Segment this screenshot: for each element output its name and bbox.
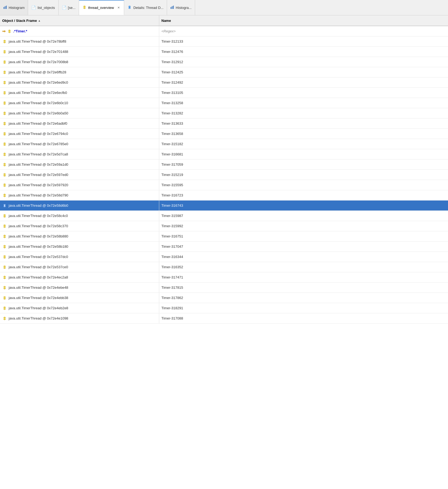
thread-gear-icon xyxy=(2,285,7,290)
table-row[interactable]: java.util.TimerThread @ 0x72e597ed0Timer… xyxy=(0,170,448,180)
row-object-text: java.util.TimerThread @ 0x72e58d790 xyxy=(9,193,68,197)
svg-point-16 xyxy=(4,92,5,93)
thread-gear-icon xyxy=(2,131,7,136)
table-row[interactable]: java.util.TimerThread @ 0x72e597920Timer… xyxy=(0,180,448,190)
svg-point-31 xyxy=(4,246,5,247)
row-name-27: Timer-318291 xyxy=(159,306,448,310)
tab-histogram2[interactable]: Histogra... xyxy=(167,0,195,15)
tab-thread-overview-label: thread_overview xyxy=(88,6,114,10)
filter-regex-placeholder: <Regex> xyxy=(161,29,176,33)
table-row[interactable]: java.util.TimerThread @ 0x72e4eb2e8Timer… xyxy=(0,303,448,313)
row-object-14: java.util.TimerThread @ 0x72e597ed0 xyxy=(0,170,159,180)
thread-gear-icon xyxy=(2,265,7,270)
row-object-text: java.util.TimerThread @ 0x72e6adbf0 xyxy=(9,121,67,125)
row-name-5: Timer-312492 xyxy=(159,80,448,84)
table-row[interactable]: java.util.TimerThread @ 0x72e4ec2a8Timer… xyxy=(0,272,448,283)
thread-gear-icon xyxy=(2,316,7,321)
thread-gear-icon xyxy=(2,152,7,157)
table-row[interactable]: java.util.TimerThread @ 0x72e6794c0Timer… xyxy=(0,129,448,139)
table-row[interactable]: java.util.TimerThread @ 0x72e58b180Timer… xyxy=(0,242,448,252)
row-name-10: Timer-313658 xyxy=(159,132,448,136)
table-row[interactable]: java.util.TimerThread @ 0x72e5d7ca8Timer… xyxy=(0,149,448,159)
svg-point-10 xyxy=(9,30,10,32)
table-row[interactable]: java.util.TimerThread @ 0x72e701488Timer… xyxy=(0,47,448,57)
table-row[interactable]: java.util.TimerThread @ 0x72e6ffb28Timer… xyxy=(0,67,448,77)
tab-se[interactable]: 📄 [se... xyxy=(59,0,79,15)
table-row[interactable]: java.util.TimerThread @ 0x72e4ebb38Timer… xyxy=(0,293,448,303)
table-row[interactable]: java.util.TimerThread @ 0x72e7008b8Timer… xyxy=(0,57,448,67)
table-row[interactable]: java.util.TimerThread @ 0x72e58c370Timer… xyxy=(0,221,448,231)
tab-histogram1[interactable]: Histogram xyxy=(0,0,28,15)
row-object-9: java.util.TimerThread @ 0x72e6adbf0 xyxy=(0,118,159,128)
row-object-text: java.util.TimerThread @ 0x72e6ed9c0 xyxy=(9,80,68,84)
thread-gear-icon xyxy=(2,244,7,249)
table-row[interactable]: java.util.TimerThread @ 0x72e4ebe48Timer… xyxy=(0,283,448,293)
table-row[interactable]: java.util.TimerThread @ 0x72e59a1d0Timer… xyxy=(0,159,448,170)
filter-gear-icon xyxy=(7,29,12,33)
table-row[interactable]: java.util.TimerThread @ 0x72e58c4c0Timer… xyxy=(0,211,448,221)
thread-gear-icon xyxy=(2,203,7,208)
row-name-15: Timer-315595 xyxy=(159,183,448,187)
tab-histogram1-label: Histogram xyxy=(9,6,25,10)
table-row[interactable]: java.util.TimerThread @ 0x72e58b880Timer… xyxy=(0,231,448,242)
row-name-18: Timer-315987 xyxy=(159,214,448,218)
tab-list-objects[interactable]: 📄 list_objects xyxy=(28,0,58,15)
tab-thread-overview-close[interactable]: ✕ xyxy=(117,6,121,10)
row-object-text: java.util.TimerThread @ 0x72e6ffb28 xyxy=(9,70,66,74)
thread-gear-icon xyxy=(2,254,7,259)
row-object-21: java.util.TimerThread @ 0x72e58b180 xyxy=(0,242,159,252)
row-name-21: Timer-317047 xyxy=(159,244,448,249)
thread-gear-icon xyxy=(2,142,7,147)
tab-details-thread[interactable]: Details: Thread D... xyxy=(124,0,167,15)
table-row[interactable]: java.util.TimerThread @ 0x72e537ce0Timer… xyxy=(0,262,448,272)
row-object-text: java.util.TimerThread @ 0x72e701488 xyxy=(9,50,68,54)
svg-point-21 xyxy=(4,143,5,144)
table-row[interactable]: java.util.TimerThread @ 0x72e58d790Timer… xyxy=(0,190,448,201)
table-row[interactable]: java.util.TimerThread @ 0x72e6b0c10Timer… xyxy=(0,98,448,108)
tab-thread-overview[interactable]: thread_overview ✕ xyxy=(79,0,124,15)
svg-point-38 xyxy=(4,318,5,319)
row-object-text: java.util.TimerThread @ 0x72e4eb2e8 xyxy=(9,306,68,310)
thread-gear-icon xyxy=(2,111,7,116)
row-object-22: java.util.TimerThread @ 0x72e537dc0 xyxy=(0,252,159,262)
table-row[interactable]: java.util.TimerThread @ 0x72e58d6b0Timer… xyxy=(0,201,448,211)
thread-gear-icon xyxy=(2,193,7,198)
filter-row[interactable]: ⇒ .*Timer.* <Regex> xyxy=(0,26,448,36)
row-object-text: java.util.TimerThread @ 0x72e5d7ca8 xyxy=(9,152,68,156)
svg-point-32 xyxy=(4,256,5,257)
row-name-22: Timer-316344 xyxy=(159,255,448,259)
document-icon: 📄 xyxy=(31,5,36,10)
table-row[interactable]: java.util.TimerThread @ 0x72e78bff8Timer… xyxy=(0,36,448,47)
row-name-19: Timer-315992 xyxy=(159,224,448,228)
svg-point-25 xyxy=(4,184,5,185)
row-object-19: java.util.TimerThread @ 0x72e58c370 xyxy=(0,221,159,231)
row-name-24: Timer-317471 xyxy=(159,275,448,279)
table-row[interactable]: java.util.TimerThread @ 0x72e6ecfb0Timer… xyxy=(0,88,448,98)
row-name-8: Timer-313282 xyxy=(159,111,448,115)
row-object-text: java.util.TimerThread @ 0x72e59a1d0 xyxy=(9,162,68,167)
row-object-13: java.util.TimerThread @ 0x72e59a1d0 xyxy=(0,159,159,169)
svg-rect-9 xyxy=(173,6,174,9)
table-row[interactable]: java.util.TimerThread @ 0x72e6ed9c0Timer… xyxy=(0,77,448,88)
row-object-20: java.util.TimerThread @ 0x72e58b880 xyxy=(0,231,159,241)
table-row[interactable]: java.util.TimerThread @ 0x72e6adbf0Timer… xyxy=(0,118,448,129)
column-header-name[interactable]: Name xyxy=(159,15,448,26)
row-object-text: java.util.TimerThread @ 0x72e537dc0 xyxy=(9,255,68,259)
filter-row-name: <Regex> xyxy=(159,29,448,33)
table-row[interactable]: java.util.TimerThread @ 0x72e537dc0Timer… xyxy=(0,252,448,262)
row-object-17: java.util.TimerThread @ 0x72e58d6b0 xyxy=(0,201,159,210)
table-row[interactable]: java.util.TimerThread @ 0x72e4e1098Timer… xyxy=(0,313,448,324)
svg-point-34 xyxy=(4,277,5,278)
table-row[interactable]: java.util.TimerThread @ 0x72e6b0a50Timer… xyxy=(0,108,448,118)
svg-point-15 xyxy=(4,82,5,83)
bar-chart-icon xyxy=(3,5,7,10)
row-object-15: java.util.TimerThread @ 0x72e597920 xyxy=(0,180,159,190)
table-body: ⇒ .*Timer.* <Regex> java.util.TimerThrea… xyxy=(0,26,448,489)
tab-bar: Histogram 📄 list_objects 📄 [se... thread… xyxy=(0,0,448,15)
column-header-object[interactable]: Object / Stack Frame ▲ xyxy=(0,15,159,26)
tab-details-thread-label: Details: Thread D... xyxy=(133,6,164,10)
filter-row-object: ⇒ .*Timer.* xyxy=(0,26,159,36)
table-row[interactable]: java.util.TimerThread @ 0x72e6785e0Timer… xyxy=(0,139,448,149)
row-name-3: Timer-312912 xyxy=(159,60,448,64)
row-object-text: java.util.TimerThread @ 0x72e6794c0 xyxy=(9,132,68,136)
